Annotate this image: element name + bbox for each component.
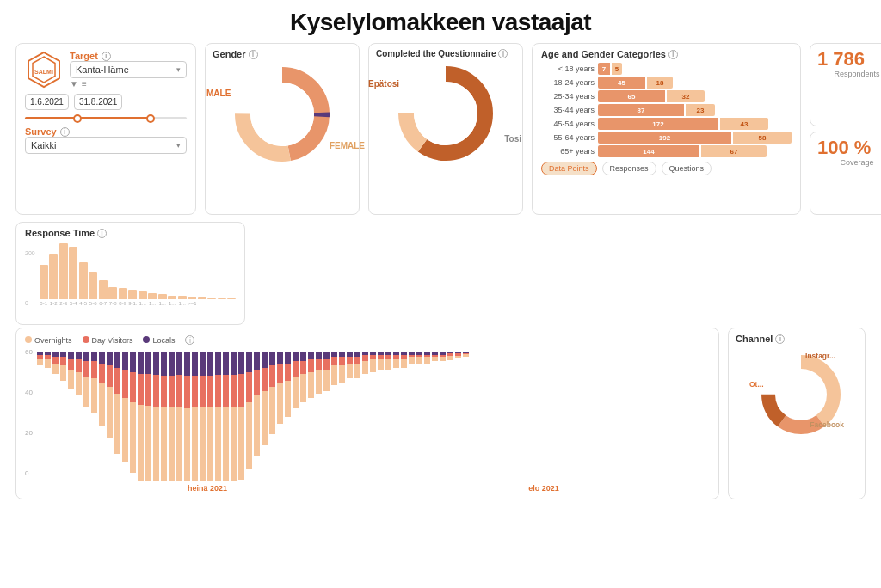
age-row: 55-64 years 192 58 — [541, 132, 792, 144]
date-slider[interactable] — [25, 117, 187, 119]
channel-facebook-label: Facebook — [810, 420, 844, 429]
respondents-box: 1 786 i Respondents — [810, 43, 881, 126]
page-title: Kyselylomakkeen vastaajat — [15, 9, 866, 36]
channel-panel: Channel i Instagr... Ot... Facebook — [728, 328, 866, 499]
svg-point-9 — [414, 82, 477, 145]
stacked-bar-group — [52, 352, 59, 481]
gender-info-icon: i — [249, 50, 258, 59]
age-gender-panel: Age and Gender Categories i < 18 years 7… — [532, 43, 801, 215]
age-bar-light: 43 — [720, 118, 768, 130]
target-dropdown[interactable]: Kanta-Häme ▾ — [70, 61, 187, 78]
rt-x-label: 6-7 — [99, 301, 108, 306]
filter-icons: ▼≡ — [70, 79, 187, 89]
bar-segment — [308, 359, 314, 372]
bar-segment — [300, 374, 306, 402]
bar-segment — [277, 383, 283, 424]
bar-segment — [347, 364, 353, 379]
bar-segment — [262, 352, 268, 368]
date-start[interactable]: 1.6.2021 — [25, 94, 69, 110]
stacked-bar-group — [130, 352, 136, 481]
bar-segment — [153, 375, 159, 407]
bar-segment — [285, 352, 291, 364]
age-bar-group: 192 58 — [598, 132, 792, 144]
bar-segment — [107, 352, 113, 365]
bar-segment — [339, 357, 345, 365]
bar-segment — [107, 387, 113, 438]
rt-info-icon: i — [97, 229, 107, 238]
rt-bar — [128, 290, 137, 299]
bar-segment — [138, 405, 144, 481]
stacked-bar-group — [45, 352, 51, 481]
rt-bar — [188, 297, 196, 299]
bar-segment — [68, 370, 74, 389]
bar-segment — [293, 361, 299, 377]
bar-segment — [223, 375, 229, 407]
bar-segment — [184, 376, 190, 408]
rt-x-label: 8-9 — [119, 301, 127, 306]
bar-segment — [323, 370, 330, 391]
bar-segment — [262, 391, 268, 445]
coverage-label: Coverage — [817, 158, 881, 167]
survey-value: Kaikki — [31, 140, 56, 150]
bar-segment — [169, 352, 175, 376]
questions-button[interactable]: Questions — [662, 162, 712, 175]
channel-other-label: Ot... — [749, 380, 764, 389]
bar-segment — [52, 364, 59, 375]
response-time-panel: Response Time i 200 0 0-11-22-33-44-55-6… — [15, 222, 245, 325]
bar-segment — [52, 357, 59, 364]
bar-segment — [293, 352, 299, 361]
age-row: < 18 years 7 5 — [541, 63, 792, 75]
rt-bar — [59, 243, 68, 299]
responses-button[interactable]: Responses — [602, 162, 656, 175]
respondents-label: Respondents — [817, 70, 881, 78]
data-points-button[interactable]: Data Points — [541, 162, 597, 175]
age-row-label: 18-24 years — [541, 78, 595, 87]
bar-segment — [293, 377, 299, 409]
survey-label: Survey — [25, 126, 57, 137]
stacked-bar-group — [347, 352, 353, 481]
bar-segment — [192, 407, 198, 481]
bar-segment — [331, 357, 337, 365]
bar-segment — [192, 352, 198, 376]
bar-segment — [231, 352, 237, 375]
stacked-bar-group — [83, 352, 89, 481]
stacked-bar-group — [393, 352, 399, 481]
rt-bar — [79, 262, 88, 299]
age-bar-group: 87 23 — [598, 104, 715, 116]
bar-segment — [68, 352, 74, 359]
rt-bar — [207, 298, 216, 299]
bar-segment — [254, 370, 260, 395]
questionnaire-title: Completed the Questionnaire — [376, 49, 496, 58]
chevron-down-icon: ▾ — [176, 65, 181, 74]
bar-segment — [347, 357, 353, 364]
bar-segment — [215, 352, 221, 375]
age-row: 65+ years 144 67 — [541, 145, 792, 157]
stacked-bar-group — [262, 352, 268, 481]
bar-segment — [362, 361, 368, 374]
rt-bars — [40, 243, 237, 299]
bar-segment — [145, 374, 151, 406]
bar-segment — [323, 359, 330, 371]
bar-segment — [68, 359, 74, 371]
age-bar-orange: 87 — [598, 104, 684, 116]
stacked-bar-group — [362, 352, 368, 481]
rt-x-label: 1... — [158, 301, 167, 306]
age-row-label: 25-34 years — [541, 92, 595, 101]
target-info-icon: i — [102, 52, 111, 61]
bar-segment — [200, 376, 206, 407]
stacked-bar-group — [401, 352, 407, 481]
survey-dropdown[interactable]: Kaikki ▾ — [25, 137, 187, 154]
age-bar-light: 5 — [612, 63, 622, 75]
chart-info-icon: i — [185, 335, 194, 345]
chart-x-labels: heinä 2021 elo 2021 — [37, 484, 710, 493]
bar-segment — [362, 355, 368, 362]
rt-bar — [218, 298, 226, 299]
bar-segment — [308, 352, 314, 359]
date-end[interactable]: 31.8.2021 — [74, 94, 123, 110]
age-row-label: 45-54 years — [541, 119, 595, 128]
bar-segment — [262, 368, 268, 392]
bar-segment — [145, 406, 151, 481]
quest-info-icon: i — [498, 49, 508, 58]
stacked-bar-group — [91, 352, 97, 481]
stacked-bar-group — [192, 352, 198, 481]
